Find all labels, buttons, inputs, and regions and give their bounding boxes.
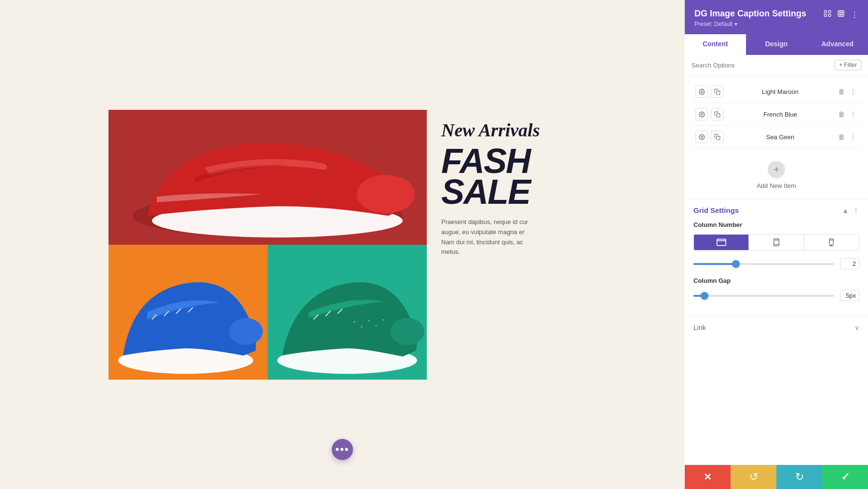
column-number-value[interactable]: 2 xyxy=(840,258,859,269)
svg-point-37 xyxy=(831,245,832,246)
svg-rect-30 xyxy=(717,239,725,245)
tab-advanced[interactable]: Advanced xyxy=(807,34,868,55)
preset-list: Light Maroon 🗑 ⋮ xyxy=(685,76,868,153)
sale-heading: SALE xyxy=(441,176,562,208)
grid-settings-collapse-icon[interactable]: ▲ xyxy=(842,207,849,214)
column-number-label: Column Number xyxy=(693,221,859,228)
preset-more-btn[interactable]: ⋮ xyxy=(849,87,857,96)
add-new-item-button[interactable]: + xyxy=(768,161,785,178)
bottom-toolbar: ✕ ↺ ↻ ✓ xyxy=(685,465,868,489)
preset-item-french-blue: French Blue 🗑 ⋮ xyxy=(692,103,861,126)
preset-settings-btn[interactable] xyxy=(695,85,708,98)
cancel-button[interactable]: ✕ xyxy=(685,465,731,489)
redo-button[interactable]: ↻ xyxy=(776,465,822,489)
svg-point-6 xyxy=(229,318,263,345)
preset-actions: 🗑 ⋮ xyxy=(837,87,857,96)
preset-item-icons xyxy=(695,85,723,98)
preset-item-icons-2 xyxy=(695,108,723,120)
search-input[interactable] xyxy=(692,62,831,69)
link-chevron-icon: ∨ xyxy=(854,324,859,331)
image-bottom-right-teal xyxy=(268,245,427,380)
svg-point-11 xyxy=(361,326,363,328)
column-gap-slider-track xyxy=(693,295,834,297)
add-new-item-label: Add New Item xyxy=(757,182,796,189)
panel-settings-icon[interactable] xyxy=(824,10,831,19)
svg-point-10 xyxy=(353,321,355,323)
panel-title-group: DG Image Caption Settings Preset: Defaul… xyxy=(694,9,824,27)
svg-rect-18 xyxy=(828,14,831,16)
grid-settings-content: Column Number xyxy=(685,221,868,317)
panel-tabs: Content Design Advanced xyxy=(685,34,868,55)
panel-header: DG Image Caption Settings Preset: Defaul… xyxy=(685,0,868,34)
svg-point-28 xyxy=(701,136,702,137)
svg-rect-19 xyxy=(838,11,844,16)
search-bar: + Filter xyxy=(685,55,868,76)
column-gap-slider-row: 5px xyxy=(693,290,859,301)
panel-header-icons: ⋮ xyxy=(824,10,858,19)
column-gap-slider-container xyxy=(693,291,834,301)
preset-settings-btn-3[interactable] xyxy=(695,131,708,143)
preset-more-btn-3[interactable]: ⋮ xyxy=(849,132,857,142)
preset-delete-btn[interactable]: 🗑 xyxy=(837,87,846,96)
settings-panel: DG Image Caption Settings Preset: Defaul… xyxy=(685,0,868,489)
panel-preset[interactable]: Preset: Default ▾ xyxy=(694,21,824,27)
svg-rect-15 xyxy=(824,11,827,13)
panel-title: DG Image Caption Settings xyxy=(694,9,824,19)
floating-action-button[interactable]: ••• xyxy=(332,439,353,460)
svg-rect-25 xyxy=(716,91,719,94)
column-number-slider-row: 2 xyxy=(693,258,859,269)
grid-settings-header[interactable]: Grid Settings ▲ ⋮ xyxy=(685,199,868,221)
preset-duplicate-btn-3[interactable] xyxy=(711,131,723,143)
column-gap-slider-thumb[interactable] xyxy=(701,292,708,300)
column-gap-value[interactable]: 5px xyxy=(840,290,859,301)
svg-point-13 xyxy=(375,325,377,327)
column-option-tablet[interactable] xyxy=(749,235,804,250)
preset-item-light-maroon: Light Maroon 🗑 ⋮ xyxy=(692,80,861,103)
text-content-area: New Arrivals FASH SALE Praesent dapibus,… xyxy=(427,110,576,267)
preset-item-icons-3 xyxy=(695,131,723,143)
grid-settings-title: Grid Settings xyxy=(693,206,739,214)
panel-grid-icon[interactable] xyxy=(837,10,845,19)
confirm-button[interactable]: ✓ xyxy=(822,465,868,489)
undo-button[interactable]: ↺ xyxy=(731,465,776,489)
svg-point-26 xyxy=(701,113,702,115)
tab-content[interactable]: Content xyxy=(685,34,746,55)
grid-settings-section: Grid Settings ▲ ⋮ Column Number xyxy=(685,199,868,317)
description-text: Praesent dapibus, neque id cur augue, eu… xyxy=(441,217,538,257)
preset-duplicate-btn-2[interactable] xyxy=(711,108,723,120)
svg-point-3 xyxy=(357,175,415,213)
grid-settings-header-icons: ▲ ⋮ xyxy=(842,207,859,214)
preset-settings-btn-2[interactable] xyxy=(695,108,708,120)
column-option-desktop[interactable] xyxy=(694,235,749,250)
column-selector xyxy=(693,234,859,251)
link-title: Link xyxy=(693,324,706,331)
preset-actions-3: 🗑 ⋮ xyxy=(837,132,857,142)
link-section-header[interactable]: Link ∨ xyxy=(685,317,868,338)
floating-action-dots: ••• xyxy=(335,443,349,456)
svg-point-24 xyxy=(701,91,702,92)
svg-rect-17 xyxy=(824,14,827,16)
column-number-slider-thumb[interactable] xyxy=(732,260,740,268)
image-grid xyxy=(108,110,427,380)
preset-item-sea-geen: Sea Geen 🗑 ⋮ xyxy=(692,126,861,148)
preset-actions-2: 🗑 ⋮ xyxy=(837,109,857,119)
fashion-heading: FASH xyxy=(441,145,562,177)
column-number-slider-fill xyxy=(693,263,736,265)
redo-icon: ↻ xyxy=(795,471,804,483)
new-arrivals-heading: New Arrivals xyxy=(441,119,562,141)
svg-point-9 xyxy=(391,318,424,345)
column-option-mobile[interactable] xyxy=(804,235,859,250)
preset-delete-btn-3[interactable]: 🗑 xyxy=(837,132,846,142)
svg-point-12 xyxy=(368,320,370,322)
filter-button[interactable]: + Filter xyxy=(835,60,861,70)
svg-rect-27 xyxy=(716,113,719,117)
tab-design[interactable]: Design xyxy=(746,34,807,55)
confirm-icon: ✓ xyxy=(841,471,850,483)
preset-more-btn-2[interactable]: ⋮ xyxy=(849,109,857,119)
column-number-slider-track xyxy=(693,263,834,265)
preset-delete-btn-2[interactable]: 🗑 xyxy=(837,109,846,119)
grid-settings-more-icon[interactable]: ⋮ xyxy=(853,207,859,214)
add-new-item-section: + Add New Item xyxy=(685,153,868,199)
preset-duplicate-btn[interactable] xyxy=(711,85,723,98)
panel-more-icon[interactable]: ⋮ xyxy=(851,10,858,19)
